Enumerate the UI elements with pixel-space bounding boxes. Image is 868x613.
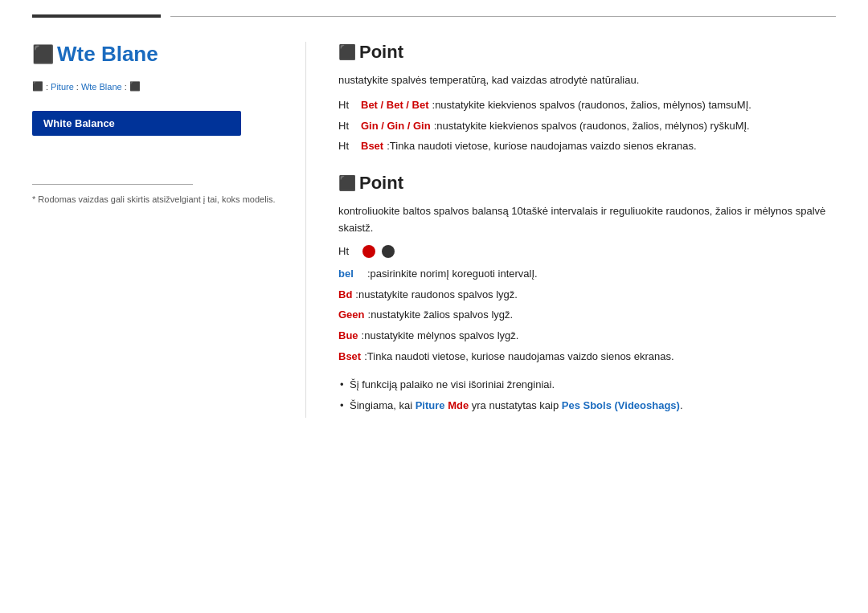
note2-pes-link: Pes Sbols (Videoshags)	[562, 399, 680, 411]
sub-bd-text: :nustatykite raudonos spalvos lygž.	[355, 287, 518, 304]
sub-bset-label: Bset	[338, 349, 361, 366]
sub-bullet-geen: Geen :nustatykite žalios spalvos lygž.	[338, 307, 836, 324]
top-bar-line-long	[170, 16, 836, 17]
notes-section: Šį funkciją palaiko ne visi išoriniai žr…	[338, 377, 836, 415]
bullet3-ht: Ht	[338, 138, 358, 155]
breadcrumb-sep1: :	[46, 82, 48, 92]
sub-bue-label: Bue	[338, 328, 358, 345]
note2-mde-link: Mde	[448, 399, 469, 411]
nav-menu: White Balance	[32, 111, 281, 136]
bullet1-bold: Bet / Bet / Bet	[361, 97, 429, 114]
main-content: ⬛ Wte Blane ⬛ : Piture : Wte Blane : ⬛ W…	[0, 18, 868, 442]
section1-title-text: Point	[359, 42, 403, 63]
breadcrumb-sep2: :	[76, 82, 79, 92]
page-title: ⬛ Wte Blane	[32, 42, 281, 67]
section2: ⬛ Point kontroliuokite baltos spalvos ba…	[338, 173, 836, 414]
section1-title: ⬛ Point	[338, 42, 836, 63]
bullet3-text: :Tinka naudoti vietose, kuriose naudojam…	[387, 138, 696, 155]
sub-geen-label: Geen	[338, 307, 365, 324]
note-1: Šį funkciją palaiko ne visi išoriniai žr…	[338, 377, 836, 394]
sub-bset-text: :Tinka naudoti vietose, kuriose naudojam…	[364, 349, 674, 366]
bullet-3: Ht Bset :Tinka naudoti vietose, kuriose …	[338, 138, 836, 155]
breadcrumb-icon: ⬛	[32, 81, 43, 92]
note-2: Šingiama, kai Piture Mde yra nustatytas …	[338, 398, 836, 415]
bullet1-ht: Ht	[338, 97, 358, 114]
sub-geen-text: :nustatykite žalios spalvos lygž.	[368, 307, 514, 324]
bullet3-bold: Bset	[361, 138, 383, 155]
left-note: * Rodomas vaizdas gali skirtis atsižvelg…	[32, 193, 281, 206]
nav-item-white-balance[interactable]: White Balance	[32, 111, 241, 136]
bullet2-bold: Gin / Gin / Gin	[361, 118, 431, 135]
breadcrumb-sep3: :	[125, 82, 127, 92]
bullet1-text: :nustatykite kiekvienos spalvos (raudono…	[432, 97, 751, 114]
sub-bullet-bset: Bset :Tinka naudoti vietose, kuriose nau…	[338, 349, 836, 366]
bullet-1: Ht Bet / Bet / Bet :nustatykite kiekvien…	[338, 97, 836, 114]
sub-bullet-bue: Bue :nustatykite mėlynos spalvos lygž.	[338, 328, 836, 345]
breadcrumb: ⬛ : Piture : Wte Blane : ⬛	[32, 81, 281, 92]
icon-circle-2	[382, 245, 395, 258]
bullet2-text: :nustatykite kiekvienos spalvos (raudono…	[434, 118, 750, 135]
bullet2-ht: Ht	[338, 118, 358, 135]
note2-piture-link: Piture	[416, 399, 445, 411]
section2-icon: ⬛	[338, 174, 356, 192]
sub-bullet-bel: bel :pasirinkite norimĮ koreguoti interv…	[338, 266, 836, 283]
sub-bel-label: bel	[338, 266, 364, 283]
left-panel: ⬛ Wte Blane ⬛ : Piture : Wte Blane : ⬛ W…	[32, 42, 305, 418]
title-text: Wte Blane	[57, 42, 158, 67]
sub-bullet-bd: Bd :nustatykite raudonos spalvos lygž.	[338, 287, 836, 304]
section1: ⬛ Point nustatykite spalvės temperatūrą,…	[338, 42, 836, 155]
sub-bd-label: Bd	[338, 287, 352, 304]
ht-icons-ht: Ht	[338, 245, 358, 257]
section1-desc: nustatykite spalvės temperatūrą, kad vai…	[338, 72, 836, 89]
ht-icons-line: Ht	[338, 245, 836, 258]
breadcrumb-piture[interactable]: Piture	[51, 82, 74, 92]
section1-icon: ⬛	[338, 43, 356, 61]
right-panel: ⬛ Point nustatykite spalvės temperatūrą,…	[305, 42, 836, 418]
icon-circle-1	[362, 245, 375, 258]
section2-title-text: Point	[359, 173, 403, 194]
left-divider	[32, 184, 193, 185]
title-icon: ⬛	[32, 44, 54, 65]
top-bar-line-short	[32, 14, 161, 18]
section2-title: ⬛ Point	[338, 173, 836, 194]
bullet-2: Ht Gin / Gin / Gin :nustatykite kiekvien…	[338, 118, 836, 135]
breadcrumb-icon2: ⬛	[129, 81, 141, 92]
section2-desc: kontroliuokite baltos spalvos balansą 10…	[338, 203, 836, 237]
breadcrumb-wteblane[interactable]: Wte Blane	[81, 82, 122, 92]
sub-bue-text: :nustatykite mėlynos spalvos lygž.	[362, 328, 519, 345]
top-bar	[0, 0, 868, 18]
sub-bel-text: :pasirinkite norimĮ koreguoti intervalĮ.	[367, 266, 538, 283]
